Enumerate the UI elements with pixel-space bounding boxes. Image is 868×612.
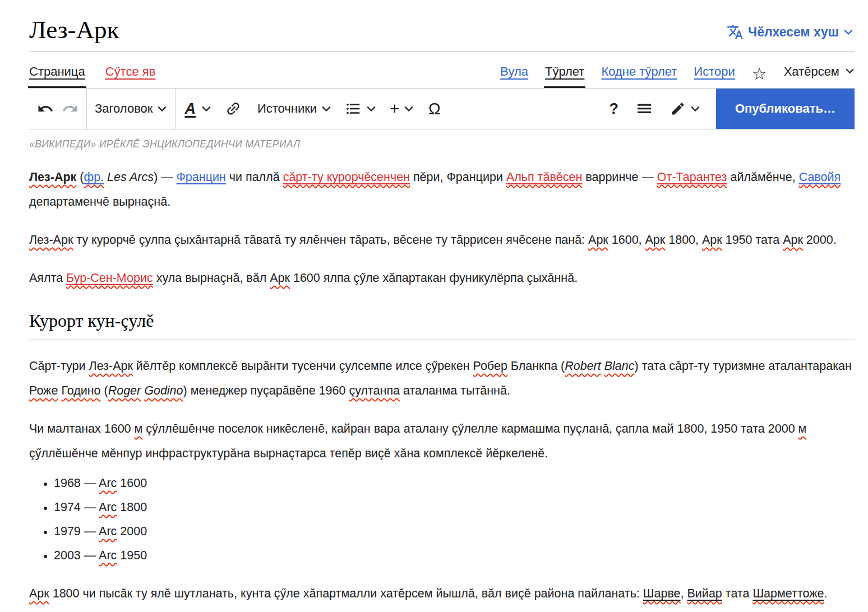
- inline-link[interactable]: Шарметтоже: [752, 587, 824, 600]
- text-run: Бланкпа (: [507, 359, 565, 373]
- inline-link[interactable]: Шарве: [643, 587, 681, 600]
- chevron-down-icon: [404, 104, 414, 114]
- text-run: Арк: [645, 233, 666, 247]
- link-button[interactable]: [225, 100, 242, 117]
- spellcheck-squiggle: Roger: [108, 384, 141, 397]
- tab-edit[interactable]: Тӳрлет: [545, 64, 584, 88]
- spellcheck-squiggle: Арк: [29, 587, 49, 600]
- section-heading: Курорт кун-çулĕ: [29, 308, 855, 340]
- text-run: Аялта: [29, 271, 66, 285]
- text-run: Годино: [61, 384, 100, 397]
- text-run: Les Arcs: [107, 170, 154, 184]
- text-run: Арк: [270, 271, 290, 285]
- cite-dropdown[interactable]: Источники: [257, 101, 331, 116]
- text-run: йĕлтĕр комплексĕ вырăнти тусенчи çулсемп…: [133, 359, 473, 373]
- text-run: Арк: [29, 587, 49, 600]
- watchlist-star-icon[interactable]: ☆: [752, 66, 767, 88]
- text-run: Arc: [99, 500, 117, 514]
- language-selector-button[interactable]: Чĕлхесем хуш: [727, 24, 853, 40]
- list-item: 1968 — Arc 1600: [54, 471, 855, 495]
- special-character-button[interactable]: Ω: [428, 100, 441, 118]
- view-tabs: Вула Тӳрлет Кодне тӳрлет Истори ☆ Хатĕрс…: [500, 64, 855, 88]
- text-run: Roger: [108, 384, 141, 397]
- undo-button[interactable]: [37, 100, 54, 117]
- utility-group: ?: [601, 89, 708, 129]
- inline-link[interactable]: Вийар: [687, 587, 722, 600]
- tab-edit-source[interactable]: Кодне тӳрлет: [601, 64, 677, 88]
- insert-dropdown[interactable]: +: [390, 100, 414, 118]
- inline-link[interactable]: сăрт-ту курорчĕсенчен: [283, 170, 410, 184]
- editing-mode-dropdown[interactable]: [670, 101, 700, 117]
- text-style-icon: A: [183, 100, 197, 118]
- article-tabs: Страница Сӳтсе яв Вула Тӳрлет Кодне тӳрл…: [29, 52, 855, 88]
- inline-link[interactable]: Бур-Сен-Морис: [66, 271, 153, 285]
- inline-link[interactable]: Альп тăвĕсен: [506, 170, 582, 184]
- text-run: 1950: [117, 549, 147, 562]
- article-header: Лез-Арк Чĕлхесем хуш: [29, 0, 855, 52]
- text-run: Arc: [99, 525, 117, 538]
- text-run: Роже: [29, 384, 58, 397]
- paragraph-villages: Лез-Арк ту курорчĕ çулпа çыхăнтарнă тăва…: [29, 228, 855, 252]
- site-tagline: «ВИКИПЕДИ» ИРĔКЛĔ ЭНЦИКЛОПЕДИНЧИ МАТЕРИА…: [29, 138, 855, 150]
- text-run: ) менеджер пуçарăвĕпе 1960: [183, 384, 349, 397]
- text-run: Арк: [783, 233, 803, 247]
- help-button[interactable]: ?: [609, 100, 618, 118]
- redo-icon: [62, 100, 79, 117]
- page-options-button[interactable]: [635, 100, 653, 118]
- inline-link[interactable]: фр.: [84, 170, 104, 184]
- list-item: 1979 — Arc 2000: [54, 520, 855, 544]
- inline-link[interactable]: От-Тарантез: [657, 170, 727, 184]
- spellcheck-squiggle: Лез-Арк: [29, 233, 73, 247]
- spellcheck-squiggle: Лез-Арк: [29, 170, 76, 184]
- spellcheck-squiggle: Arc: [99, 549, 117, 562]
- text-run: чи паллă: [226, 170, 283, 184]
- text-run: ,: [681, 587, 687, 600]
- spellcheck-squiggle: Арк: [783, 233, 803, 247]
- publish-button[interactable]: Опубликовать…: [716, 89, 855, 129]
- spellcheck-squiggle: м: [135, 422, 143, 435]
- spellcheck-squiggle: фр.: [84, 170, 104, 184]
- text-run: 1979 —: [54, 525, 99, 538]
- chevron-down-icon: [845, 64, 855, 79]
- cite-label: Источники: [257, 101, 317, 116]
- editor-surface[interactable]: Лез-Арк (фр. Les Arcs) — Францин чи палл…: [29, 165, 855, 606]
- text-run: 2000.: [803, 233, 837, 247]
- undo-icon: [37, 100, 54, 117]
- inline-link[interactable]: Францин: [177, 170, 226, 184]
- redo-button[interactable]: [62, 100, 79, 117]
- text-run: Лез-Арк: [29, 170, 76, 184]
- text-run: 1600: [117, 476, 147, 490]
- chevron-down-icon: [201, 104, 211, 114]
- tab-page[interactable]: Страница: [29, 64, 85, 88]
- spellcheck-squiggle: Шарве: [643, 587, 681, 600]
- spellcheck-squiggle: сăрт-ту курорчĕсенчен: [283, 170, 410, 184]
- text-run: Arc: [99, 549, 117, 562]
- text-run: .: [824, 587, 828, 600]
- hamburger-menu-icon: [635, 100, 653, 118]
- text-run: Arc: [99, 476, 117, 490]
- tab-more-tools[interactable]: Хатĕрсем: [784, 64, 855, 88]
- spellcheck-squiggle: Godino: [144, 384, 183, 397]
- text-style-dropdown[interactable]: A: [183, 100, 211, 118]
- editor-toolbar: Заголовок A Источники +: [29, 88, 855, 129]
- tab-read[interactable]: Вула: [500, 64, 528, 88]
- text-run: 1600 ялпа çӳле хăпартакан фуникулёрпа çы…: [290, 271, 578, 285]
- spellcheck-squiggle: Бур-Сен-Морис: [66, 271, 153, 285]
- chain-link-icon: [221, 97, 245, 120]
- tab-discussion[interactable]: Сӳтсе яв: [105, 64, 156, 88]
- chevron-down-icon: [690, 104, 700, 114]
- spellcheck-squiggle: Савойя: [799, 170, 841, 184]
- text-run: м: [135, 422, 143, 435]
- inline-link[interactable]: Савойя: [799, 170, 841, 184]
- text-run: м: [798, 422, 807, 435]
- spellcheck-squiggle: Шарметтоже: [752, 587, 824, 600]
- paragraph-funicular: Аялта Бур-Сен-Морис хула вырнаçнă, вăл А…: [29, 266, 855, 290]
- spellcheck-squiggle: Робер: [473, 359, 507, 373]
- text-run: 1950 тата: [722, 233, 783, 247]
- spellcheck-squiggle: Blanc: [604, 359, 635, 373]
- heading-format-dropdown[interactable]: Заголовок: [95, 101, 167, 116]
- list-structure-dropdown[interactable]: [345, 100, 376, 117]
- spellcheck-squiggle: Арк: [645, 233, 666, 247]
- translate-icon: [727, 24, 744, 40]
- tab-history[interactable]: Истори: [694, 64, 735, 88]
